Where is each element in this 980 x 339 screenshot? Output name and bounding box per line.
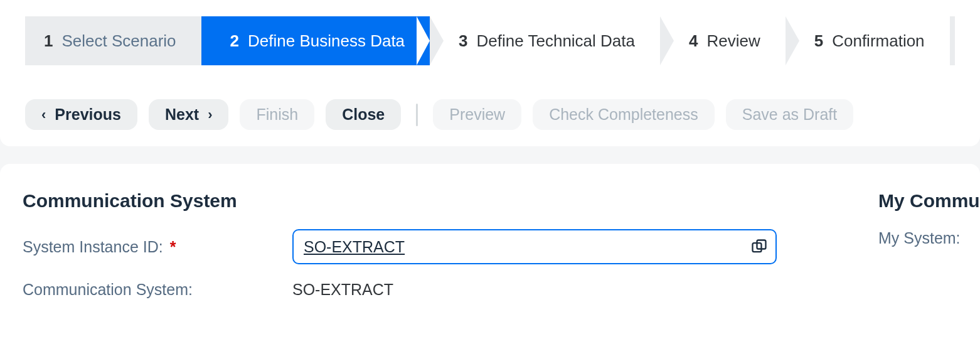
- system-instance-id-input[interactable]: [292, 229, 777, 264]
- field-label: Communication System:: [23, 281, 292, 299]
- step-label: Confirmation: [832, 31, 924, 51]
- step-number: 5: [814, 31, 823, 51]
- wizard-step-1[interactable]: 1 Select Scenario: [25, 16, 201, 65]
- button-label: Next: [165, 105, 199, 124]
- button-label: Preview: [449, 105, 505, 124]
- previous-button[interactable]: ‹ Previous: [25, 99, 137, 130]
- field-label: System Instance ID: *: [23, 238, 292, 256]
- close-button[interactable]: Close: [326, 99, 401, 130]
- save-as-draft-button[interactable]: Save as Draft: [726, 99, 853, 130]
- my-system-row: My System:: [878, 229, 980, 247]
- wizard-step-2[interactable]: 2 Define Business Data: [201, 16, 430, 65]
- system-instance-id-row: System Instance ID: *: [23, 229, 851, 264]
- toolbar-divider: [416, 104, 418, 126]
- wizard-step-5[interactable]: 5 Confirmation: [786, 16, 950, 65]
- section-title: Communication System: [23, 190, 851, 212]
- step-number: 2: [230, 31, 239, 51]
- button-label: Previous: [55, 105, 121, 124]
- button-label: Finish: [256, 105, 298, 124]
- step-label: Define Business Data: [248, 31, 405, 51]
- wizard-toolbar: ‹ Previous Next › Finish Close Preview C…: [25, 99, 955, 130]
- label-text: System Instance ID:: [23, 238, 163, 256]
- communication-system-value: SO-EXTRACT: [292, 281, 393, 299]
- chevron-right-icon: ›: [208, 107, 212, 123]
- system-instance-id-input-wrap: [292, 229, 777, 264]
- step-number: 1: [44, 31, 53, 51]
- wizard-trail: [950, 16, 955, 65]
- button-label: Close: [342, 105, 385, 124]
- button-label: Check Completeness: [549, 105, 698, 124]
- step-label: Review: [706, 31, 760, 51]
- wizard-step-4[interactable]: 4 Review: [660, 16, 786, 65]
- button-label: Save as Draft: [742, 105, 837, 124]
- preview-button[interactable]: Preview: [433, 99, 521, 130]
- wizard-steps: 1 Select Scenario 2 Define Business Data…: [25, 16, 955, 65]
- field-label: My System:: [878, 229, 961, 247]
- wizard-toolbar-card: 1 Select Scenario 2 Define Business Data…: [0, 0, 980, 146]
- section-title: My Communication: [878, 190, 980, 212]
- finish-button[interactable]: Finish: [240, 99, 314, 130]
- next-button[interactable]: Next ›: [149, 99, 229, 130]
- step-label: Define Technical Data: [477, 31, 635, 51]
- my-communication-section: My Communication My System:: [851, 190, 980, 315]
- step-number: 3: [459, 31, 467, 51]
- step-number: 4: [689, 31, 698, 51]
- communication-system-section: Communication System System Instance ID:…: [23, 190, 851, 315]
- form-card: Communication System System Instance ID:…: [0, 164, 980, 339]
- step-label: Select Scenario: [61, 31, 176, 51]
- value-help-icon[interactable]: [750, 238, 768, 256]
- chevron-left-icon: ‹: [41, 107, 46, 123]
- wizard-step-3[interactable]: 3 Define Technical Data: [430, 16, 660, 65]
- check-completeness-button[interactable]: Check Completeness: [533, 99, 715, 130]
- communication-system-row: Communication System: SO-EXTRACT: [23, 281, 851, 299]
- required-indicator: *: [170, 238, 176, 256]
